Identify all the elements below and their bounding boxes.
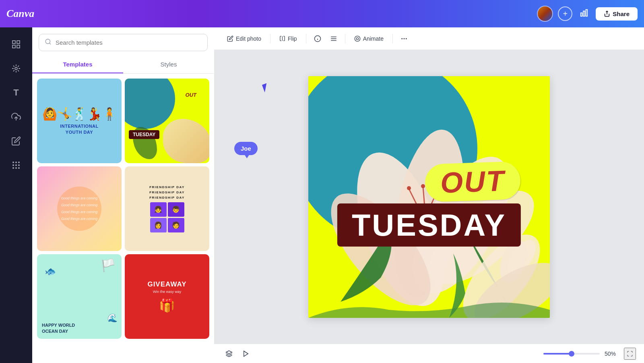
- sidebar-icon-draw[interactable]: [6, 131, 27, 151]
- svg-point-39: [407, 186, 411, 190]
- friendship-photos-grid: 👧 👦 👩 🧑: [150, 202, 184, 232]
- svg-rect-4: [17, 41, 20, 44]
- search-input[interactable]: [56, 39, 202, 46]
- svg-point-29: [403, 38, 405, 39]
- layers-icon: [225, 350, 233, 357]
- share-button[interactable]: Share: [596, 7, 638, 21]
- edit-photo-label: Edit photo: [236, 35, 261, 42]
- svg-point-15: [12, 167, 14, 169]
- analytics-button[interactable]: [577, 6, 591, 21]
- bottom-bar: 50%: [214, 344, 644, 363]
- svg-rect-3: [12, 41, 15, 44]
- good-things-text: Good things are comingGood things are co…: [61, 195, 97, 222]
- toolbar: Edit photo Flip Animate: [214, 27, 644, 50]
- design-canvas[interactable]: OUT TUESDAY: [308, 76, 550, 318]
- cursor-pointer: [262, 83, 269, 93]
- svg-point-12: [12, 164, 14, 166]
- animate-button[interactable]: Animate: [349, 33, 388, 45]
- svg-point-7: [15, 67, 17, 70]
- toolbar-divider-2: [306, 34, 306, 44]
- info-button[interactable]: [310, 31, 325, 46]
- toolbar-divider-4: [392, 34, 393, 44]
- tuesday-day-badge: TUESDAY: [129, 130, 159, 139]
- svg-point-30: [406, 38, 407, 39]
- giveaway-subtitle: Win the easy way: [153, 290, 182, 294]
- header: Canva + Share: [0, 0, 644, 27]
- avatar[interactable]: [537, 6, 553, 22]
- collaborator-name: Joe: [234, 142, 258, 155]
- zoom-controls: 50%: [543, 348, 636, 360]
- bottom-tools: [222, 347, 253, 361]
- ocean-day-wave: 🏳️: [101, 258, 116, 272]
- ocean-day-title: HAPPY WORLDOCEAN DAY: [42, 322, 75, 334]
- youth-day-title: INTERNATIONALYOUTH DAY: [60, 123, 99, 135]
- animate-label: Animate: [363, 35, 384, 42]
- svg-point-26: [355, 36, 360, 41]
- zoom-label: 50%: [605, 351, 616, 357]
- sidebar-icon-grid[interactable]: [6, 34, 27, 55]
- search-input-wrapper: [39, 34, 208, 51]
- sidebar-icon-text[interactable]: T: [6, 82, 27, 103]
- svg-marker-49: [244, 351, 248, 357]
- zoom-fill: [543, 353, 572, 355]
- toolbar-divider-1: [270, 34, 270, 44]
- svg-line-19: [50, 43, 51, 44]
- svg-point-27: [356, 37, 358, 39]
- template-card-tuesday-out[interactable]: OUT TUESDAY: [125, 79, 209, 163]
- sidebar-icon-upload[interactable]: [6, 106, 27, 127]
- svg-marker-48: [226, 351, 232, 354]
- svg-rect-5: [12, 45, 15, 48]
- search-bar: [32, 27, 214, 54]
- giveaway-gift-emoji: 🎁: [159, 298, 175, 313]
- svg-point-11: [18, 162, 20, 163]
- canvas-area: Edit photo Flip Animate: [214, 27, 644, 363]
- flip-button[interactable]: Flip: [275, 33, 302, 45]
- template-card-giveaway[interactable]: GIVEAWAY Win the easy way 🎁: [125, 254, 209, 339]
- template-card-good-things[interactable]: Good things are comingGood things are co…: [37, 166, 122, 251]
- svg-point-10: [15, 162, 17, 163]
- template-card-youth-day[interactable]: 🙆🤸🕺💃🧍 INTERNATIONALYOUTH DAY: [37, 79, 122, 163]
- expand-button[interactable]: [624, 348, 636, 360]
- template-panel: Templates Styles 🙆🤸🕺💃🧍 INTERNATIONALYOUT…: [32, 27, 214, 363]
- svg-rect-2: [586, 10, 588, 17]
- zoom-slider[interactable]: [543, 353, 600, 355]
- layers-button[interactable]: [222, 347, 236, 361]
- svg-point-18: [45, 39, 50, 44]
- logo[interactable]: Canva: [6, 8, 34, 20]
- play-button[interactable]: [239, 347, 253, 361]
- tuesday-flower-decoration: [163, 119, 209, 163]
- list-button[interactable]: [326, 31, 341, 46]
- sidebar-icon-elements[interactable]: [6, 58, 27, 79]
- svg-rect-6: [17, 45, 20, 48]
- more-options-button[interactable]: [397, 31, 411, 46]
- canvas-out-text[interactable]: OUT: [424, 161, 521, 202]
- svg-point-13: [15, 164, 17, 166]
- panel-tabs: Templates Styles: [32, 56, 214, 74]
- play-icon: [242, 350, 250, 357]
- more-icon: [400, 35, 408, 42]
- tuesday-circle: [125, 79, 175, 129]
- tab-templates[interactable]: Templates: [32, 56, 123, 73]
- add-button[interactable]: +: [558, 6, 572, 21]
- animate-icon: [354, 35, 361, 42]
- svg-point-17: [18, 167, 20, 169]
- svg-point-40: [421, 184, 425, 188]
- tab-styles[interactable]: Styles: [123, 56, 214, 73]
- search-icon: [45, 38, 52, 47]
- sidebar-icon-apps[interactable]: [6, 155, 27, 176]
- list-icon: [330, 35, 337, 42]
- template-card-ocean-day[interactable]: 🏳️ 🐟 🌊 HAPPY WORLDOCEAN DAY: [37, 254, 122, 339]
- canvas-tuesday-text[interactable]: TUESDAY: [337, 203, 521, 247]
- zoom-thumb[interactable]: [569, 351, 574, 357]
- template-grid: 🙆🤸🕺💃🧍 INTERNATIONALYOUTH DAY OUT TUESDAY…: [32, 79, 214, 344]
- header-actions: + Share: [537, 6, 638, 22]
- share-label: Share: [613, 10, 630, 17]
- friendship-title: FRIENDSHIP DAYFRIENDSHIP DAYFRIENDSHIP D…: [149, 185, 185, 200]
- toolbar-divider-3: [345, 34, 345, 44]
- flip-icon: [279, 35, 285, 41]
- edit-photo-button[interactable]: Edit photo: [222, 33, 266, 45]
- template-card-friendship-day[interactable]: FRIENDSHIP DAYFRIENDSHIP DAYFRIENDSHIP D…: [125, 166, 209, 251]
- expand-icon: [627, 351, 633, 357]
- svg-rect-0: [581, 13, 582, 16]
- svg-point-28: [401, 38, 402, 39]
